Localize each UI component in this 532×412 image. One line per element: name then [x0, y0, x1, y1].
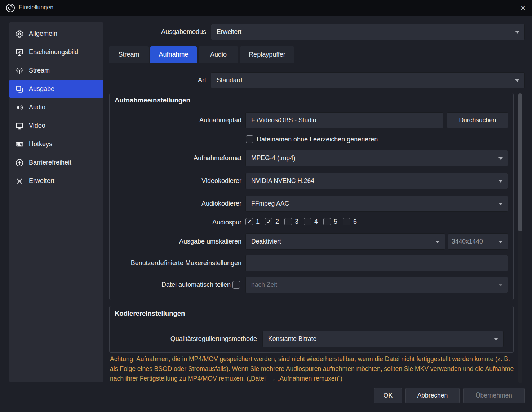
- cancel-button[interactable]: Abbrechen: [405, 388, 460, 403]
- sidebar: Allgemein Erscheinungsbild Stream Ausgab…: [9, 22, 103, 382]
- tab-stream[interactable]: Stream: [109, 46, 149, 63]
- recording-path-label: Aufnahmepfad: [112, 115, 241, 125]
- close-icon[interactable]: ✕: [518, 3, 528, 13]
- rescale-resolution-combobox[interactable]: 3440x1440: [448, 233, 508, 250]
- rescale-label: Ausgabe umskalieren: [112, 237, 241, 246]
- audio-tracks-label: Audiospur: [112, 218, 241, 227]
- keyboard-icon: [15, 140, 23, 148]
- auto-split-mode-value: nach Zeit: [251, 281, 277, 289]
- audio-track-number: 6: [353, 218, 357, 225]
- audio-track-number: 5: [334, 218, 337, 225]
- sidebar-item-erscheinungsbild[interactable]: Erscheinungsbild: [9, 43, 103, 61]
- sidebar-item-ausgabe[interactable]: Ausgabe: [9, 80, 103, 98]
- gear-icon: [15, 30, 23, 38]
- sidebar-item-label: Allgemein: [29, 30, 57, 38]
- rescale-value: Deaktiviert: [251, 238, 281, 245]
- audio-track-number: 2: [275, 218, 279, 225]
- auto-split-mode-dropdown[interactable]: nach Zeit: [245, 277, 508, 293]
- accessibility-icon: [15, 159, 23, 167]
- tab-label: Audio: [210, 51, 227, 58]
- speaker-icon: [15, 104, 23, 111]
- sidebar-item-erweitert[interactable]: Erweitert: [9, 172, 103, 190]
- audio-track-2: 2: [265, 218, 279, 225]
- audio-track-5: 5: [323, 218, 337, 225]
- sidebar-item-label: Video: [29, 122, 45, 130]
- tab-label: Aufnahme: [159, 51, 188, 58]
- audio-encoder-value: FFmpeg AAC: [251, 200, 289, 207]
- sidebar-item-label: Erweitert: [29, 177, 54, 185]
- audio-track-4: 4: [304, 218, 318, 225]
- ok-button-label: OK: [384, 392, 393, 399]
- audio-track-5-checkbox[interactable]: [323, 218, 331, 225]
- sidebar-item-audio[interactable]: Audio: [9, 98, 103, 117]
- sidebar-item-video[interactable]: Video: [9, 117, 103, 135]
- output-mode-label: Ausgabemodus: [108, 27, 206, 36]
- mp4-warning-text: Achtung: Aufnahmen, die in MP4/MOV gespe…: [110, 354, 517, 383]
- sidebar-item-label: Erscheinungsbild: [29, 48, 78, 56]
- auto-split-checkbox[interactable]: [232, 281, 240, 289]
- recording-format-value: MPEG-4 (.mp4): [251, 154, 296, 162]
- browse-button[interactable]: Durchsuchen: [447, 112, 508, 128]
- muxer-settings-label: Benutzerdefinierte Muxereinstellungen: [108, 258, 241, 268]
- audio-track-2-checkbox[interactable]: [265, 218, 272, 225]
- rate-control-dropdown[interactable]: Konstante Bitrate: [262, 331, 504, 347]
- video-encoder-value: NVIDIA NVENC H.264: [251, 177, 314, 185]
- audio-tracks-row: 1 2 3 4 5 6: [245, 218, 357, 225]
- auto-split-label: Datei automatisch teilen: [108, 280, 231, 289]
- scrollbar-thumb[interactable]: [518, 93, 522, 231]
- audio-track-6: 6: [343, 218, 357, 225]
- recording-group-title: Aufnahmeeinstellungen: [115, 96, 190, 104]
- sidebar-item-label: Audio: [29, 104, 45, 111]
- titlebar: Einstellungen ✕: [0, 0, 532, 16]
- tab-aufnahme[interactable]: Aufnahme: [150, 46, 197, 63]
- video-encoder-dropdown[interactable]: NVIDIA NVENC H.264: [245, 173, 508, 189]
- audio-track-number: 3: [295, 218, 298, 225]
- encoder-group-title: Kodierereinstellungen: [115, 310, 185, 317]
- video-encoder-label: Videokodierer: [112, 176, 241, 185]
- sidebar-item-hotkeys[interactable]: Hotkeys: [9, 135, 103, 153]
- audio-encoder-dropdown[interactable]: FFmpeg AAC: [245, 196, 508, 212]
- sidebar-item-allgemein[interactable]: Allgemein: [9, 25, 103, 43]
- audio-track-3-checkbox[interactable]: [284, 218, 292, 225]
- audio-encoder-label: Audiokodierer: [112, 199, 241, 208]
- apply-button[interactable]: Übernehmen: [463, 388, 525, 403]
- audio-track-6-checkbox[interactable]: [343, 218, 350, 225]
- output-mode-dropdown[interactable]: Erweitert: [211, 24, 525, 40]
- tab-replaypuffer[interactable]: Replaypuffer: [240, 46, 294, 63]
- ok-button[interactable]: OK: [374, 388, 402, 403]
- sidebar-item-label: Hotkeys: [29, 140, 52, 148]
- output-icon: [15, 85, 23, 93]
- rescale-resolution-value: 3440x1440: [452, 238, 483, 245]
- tools-icon: [15, 177, 23, 185]
- audio-track-number: 4: [314, 218, 318, 225]
- no-spaces-label: Dateinamen ohne Leerzeichen generieren: [257, 135, 437, 144]
- monitor-icon: [15, 122, 23, 130]
- sidebar-item-stream[interactable]: Stream: [9, 61, 103, 80]
- muxer-settings-input[interactable]: [245, 255, 508, 271]
- audio-track-number: 1: [256, 218, 260, 225]
- audio-track-1-checkbox[interactable]: [245, 218, 253, 225]
- audio-track-4-checkbox[interactable]: [304, 218, 311, 225]
- sidebar-item-barrierefreiheit[interactable]: Barrierefreiheit: [9, 153, 103, 172]
- rate-control-value: Konstante Bitrate: [268, 335, 316, 343]
- type-dropdown[interactable]: Standard: [211, 72, 525, 88]
- recording-format-label: Aufnahmeformat: [112, 153, 241, 163]
- sidebar-item-label: Barrierefreiheit: [29, 159, 71, 166]
- broadcast-icon: [15, 67, 23, 75]
- recording-format-dropdown[interactable]: MPEG-4 (.mp4): [245, 150, 508, 166]
- recording-path-value: F:/Videos/OBS - Studio: [251, 117, 316, 124]
- rate-control-label: Qualitätsregulierungsmethode: [115, 334, 257, 343]
- no-spaces-checkbox[interactable]: [246, 135, 253, 143]
- tab-label: Replaypuffer: [249, 51, 285, 58]
- rescale-dropdown[interactable]: Deaktiviert: [245, 233, 445, 250]
- tab-audio[interactable]: Audio: [199, 46, 238, 63]
- cancel-button-label: Abbrechen: [417, 392, 448, 399]
- apply-button-label: Übernehmen: [476, 392, 512, 399]
- browse-button-label: Durchsuchen: [459, 117, 496, 124]
- settings-window: Einstellungen ✕ Allgemein Erscheinungsbi…: [0, 0, 532, 412]
- window-title: Einstellungen: [19, 4, 53, 11]
- sidebar-item-label: Stream: [29, 67, 50, 74]
- appearance-icon: [15, 48, 23, 56]
- sidebar-item-label: Ausgabe: [29, 85, 54, 93]
- recording-path-input[interactable]: F:/Videos/OBS - Studio: [245, 112, 443, 128]
